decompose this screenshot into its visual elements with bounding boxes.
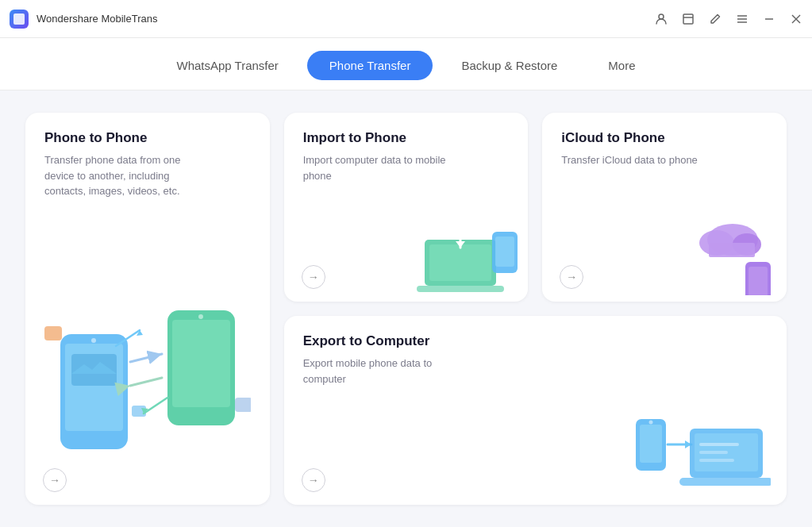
card-import-arrow[interactable]: → xyxy=(302,265,325,289)
phone-to-phone-illustration xyxy=(44,287,251,461)
export-illustration xyxy=(628,403,771,498)
card-import-to-phone[interactable]: Import to Phone Import computer data to … xyxy=(284,113,529,302)
svg-rect-17 xyxy=(235,398,251,412)
card-export-to-computer[interactable]: Export to Computer Export mobile phone d… xyxy=(284,316,787,505)
tab-more[interactable]: More xyxy=(586,51,657,80)
card-export-title: Export to Computer xyxy=(303,333,768,349)
svg-rect-16 xyxy=(44,326,62,340)
svg-point-11 xyxy=(91,338,96,343)
card-icloud-arrow[interactable]: → xyxy=(560,265,583,289)
svg-marker-31 xyxy=(725,264,733,270)
tab-backup[interactable]: Backup & Restore xyxy=(439,51,579,80)
title-bar-controls xyxy=(655,13,802,25)
svg-rect-43 xyxy=(699,451,728,454)
import-illustration xyxy=(417,208,520,295)
nav-bar: WhatsApp Transfer Phone Transfer Backup … xyxy=(0,38,812,90)
tab-whatsapp[interactable]: WhatsApp Transfer xyxy=(154,51,300,80)
svg-rect-14 xyxy=(172,320,230,407)
svg-rect-41 xyxy=(679,478,771,486)
menu-icon[interactable] xyxy=(736,13,749,25)
main-content: Phone to Phone Transfer phone data from … xyxy=(0,90,812,527)
card-export-desc: Export mobile phone data to computer xyxy=(303,356,446,387)
svg-rect-36 xyxy=(640,425,662,463)
title-bar: Wondershare MobileTrans xyxy=(0,0,812,38)
card-phone-to-phone-desc: Transfer phone data from one device to a… xyxy=(44,152,187,199)
card-icloud-title: iCloud to Phone xyxy=(561,130,768,146)
minimize-icon[interactable] xyxy=(763,13,775,25)
svg-rect-26 xyxy=(495,237,514,267)
svg-rect-1 xyxy=(683,14,693,24)
edit-icon[interactable] xyxy=(709,13,722,25)
card-icloud-to-phone[interactable]: iCloud to Phone Transfer iCloud data to … xyxy=(542,113,787,302)
card-icloud-desc: Transfer iCloud data to phone xyxy=(561,152,704,168)
svg-point-37 xyxy=(648,421,652,425)
card-export-arrow[interactable]: → xyxy=(302,468,325,492)
card-import-title: Import to Phone xyxy=(303,130,510,146)
close-icon[interactable] xyxy=(790,13,802,25)
card-import-desc: Import computer data to mobile phone xyxy=(303,152,446,183)
svg-point-15 xyxy=(198,314,203,319)
card-phone-to-phone-arrow[interactable]: → xyxy=(43,468,67,492)
svg-rect-30 xyxy=(709,243,755,257)
card-phone-to-phone[interactable]: Phone to Phone Transfer phone data from … xyxy=(25,113,270,505)
profile-icon[interactable] xyxy=(655,13,668,25)
svg-rect-44 xyxy=(699,459,734,462)
svg-rect-33 xyxy=(749,267,768,295)
tab-phone[interactable]: Phone Transfer xyxy=(307,51,433,80)
card-phone-to-phone-title: Phone to Phone xyxy=(44,130,251,146)
svg-rect-22 xyxy=(429,244,491,281)
svg-rect-42 xyxy=(699,443,739,446)
svg-rect-23 xyxy=(417,286,504,292)
svg-point-0 xyxy=(659,14,664,19)
app-icon xyxy=(10,10,29,29)
app-title: Wondershare MobileTrans xyxy=(37,13,655,25)
window-icon[interactable] xyxy=(682,13,695,25)
icloud-illustration xyxy=(675,208,779,295)
